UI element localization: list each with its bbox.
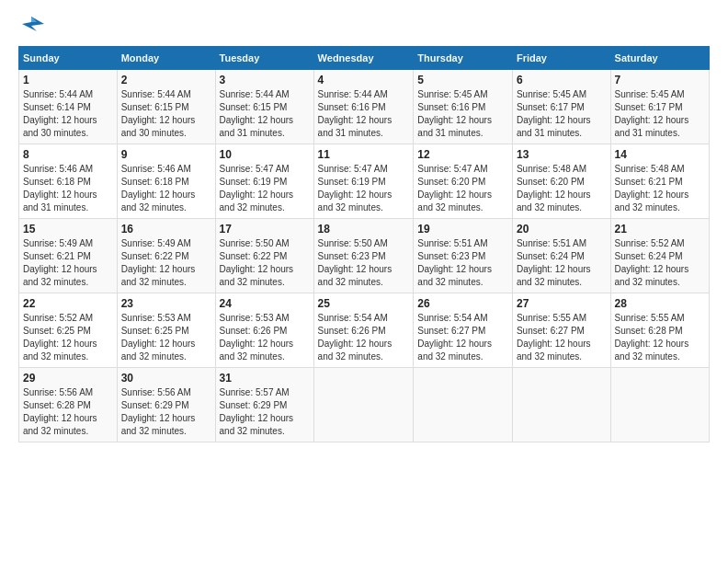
day-info: Sunrise: 5:50 AM Sunset: 6:23 PM Dayligh… [318,237,410,289]
week-row-5: 29 Sunrise: 5:56 AM Sunset: 6:28 PM Dayl… [19,368,710,442]
day-info: Sunrise: 5:45 AM Sunset: 6:17 PM Dayligh… [517,88,607,140]
header-monday: Monday [117,47,215,70]
day-info: Sunrise: 5:50 AM Sunset: 6:22 PM Dayligh… [220,237,310,289]
calendar-cell: 9 Sunrise: 5:46 AM Sunset: 6:18 PM Dayli… [117,144,215,219]
calendar-cell: 13 Sunrise: 5:48 AM Sunset: 6:20 PM Dayl… [512,144,610,219]
day-number: 10 [220,148,310,161]
day-info: Sunrise: 5:45 AM Sunset: 6:17 PM Dayligh… [615,88,705,140]
calendar-cell: 3 Sunrise: 5:44 AM Sunset: 6:15 PM Dayli… [215,70,313,144]
day-info: Sunrise: 5:44 AM Sunset: 6:15 PM Dayligh… [220,88,310,140]
day-number: 12 [417,148,508,161]
day-number: 30 [121,372,211,385]
logo [18,15,48,39]
calendar-cell: 6 Sunrise: 5:45 AM Sunset: 6:17 PM Dayli… [512,70,610,144]
header-wednesday: Wednesday [313,47,414,70]
calendar-cell: 23 Sunrise: 5:53 AM Sunset: 6:25 PM Dayl… [117,293,215,368]
day-info: Sunrise: 5:52 AM Sunset: 6:24 PM Dayligh… [615,237,705,289]
calendar-cell: 4 Sunrise: 5:44 AM Sunset: 6:16 PM Dayli… [313,70,414,144]
calendar-cell: 17 Sunrise: 5:50 AM Sunset: 6:22 PM Dayl… [215,219,313,293]
calendar-cell: 24 Sunrise: 5:53 AM Sunset: 6:26 PM Dayl… [215,293,313,368]
week-row-1: 1 Sunrise: 5:44 AM Sunset: 6:14 PM Dayli… [19,70,710,144]
calendar-cell [313,368,414,442]
day-info: Sunrise: 5:48 AM Sunset: 6:20 PM Dayligh… [517,163,607,214]
day-info: Sunrise: 5:51 AM Sunset: 6:23 PM Dayligh… [417,237,508,289]
day-number: 5 [417,74,508,86]
day-number: 7 [615,74,705,86]
day-number: 26 [417,297,508,310]
day-number: 27 [517,297,607,310]
calendar-cell: 18 Sunrise: 5:50 AM Sunset: 6:23 PM Dayl… [313,219,414,293]
calendar-cell: 1 Sunrise: 5:44 AM Sunset: 6:14 PM Dayli… [19,70,118,144]
calendar-cell: 21 Sunrise: 5:52 AM Sunset: 6:24 PM Dayl… [610,219,709,293]
calendar-cell: 25 Sunrise: 5:54 AM Sunset: 6:26 PM Dayl… [313,293,414,368]
day-number: 11 [318,148,410,161]
day-number: 25 [318,297,410,310]
day-number: 14 [615,148,705,161]
calendar-cell: 7 Sunrise: 5:45 AM Sunset: 6:17 PM Dayli… [610,70,709,144]
calendar-cell [414,368,513,442]
day-number: 28 [615,297,705,310]
week-row-3: 15 Sunrise: 5:49 AM Sunset: 6:21 PM Dayl… [19,219,710,293]
calendar-cell [610,368,709,442]
calendar-cell: 31 Sunrise: 5:57 AM Sunset: 6:29 PM Dayl… [215,368,313,442]
day-info: Sunrise: 5:56 AM Sunset: 6:28 PM Dayligh… [23,386,113,438]
day-info: Sunrise: 5:52 AM Sunset: 6:25 PM Dayligh… [23,312,113,363]
calendar-cell: 27 Sunrise: 5:55 AM Sunset: 6:27 PM Dayl… [512,293,610,368]
day-number: 2 [121,74,211,86]
calendar-cell: 20 Sunrise: 5:51 AM Sunset: 6:24 PM Dayl… [512,219,610,293]
calendar-cell: 15 Sunrise: 5:49 AM Sunset: 6:21 PM Dayl… [19,219,118,293]
day-info: Sunrise: 5:54 AM Sunset: 6:26 PM Dayligh… [318,312,410,363]
day-number: 18 [318,223,410,236]
day-number: 4 [318,74,410,86]
day-info: Sunrise: 5:49 AM Sunset: 6:22 PM Dayligh… [121,237,211,289]
header-sunday: Sunday [19,47,118,70]
calendar-cell: 29 Sunrise: 5:56 AM Sunset: 6:28 PM Dayl… [19,368,118,442]
calendar-cell: 8 Sunrise: 5:46 AM Sunset: 6:18 PM Dayli… [19,144,118,219]
day-number: 19 [417,223,508,236]
calendar-cell: 19 Sunrise: 5:51 AM Sunset: 6:23 PM Dayl… [414,219,513,293]
header-thursday: Thursday [414,47,513,70]
day-info: Sunrise: 5:44 AM Sunset: 6:16 PM Dayligh… [318,88,410,140]
day-number: 31 [220,372,310,385]
day-number: 20 [517,223,607,236]
header [18,15,710,39]
calendar-cell: 10 Sunrise: 5:47 AM Sunset: 6:19 PM Dayl… [215,144,313,219]
day-number: 21 [615,223,705,236]
day-info: Sunrise: 5:46 AM Sunset: 6:18 PM Dayligh… [121,163,211,214]
day-number: 3 [220,74,310,86]
calendar-cell: 11 Sunrise: 5:47 AM Sunset: 6:19 PM Dayl… [313,144,414,219]
calendar-cell: 22 Sunrise: 5:52 AM Sunset: 6:25 PM Dayl… [19,293,118,368]
day-number: 22 [23,297,113,310]
day-info: Sunrise: 5:49 AM Sunset: 6:21 PM Dayligh… [23,237,113,289]
week-row-4: 22 Sunrise: 5:52 AM Sunset: 6:25 PM Dayl… [19,293,710,368]
calendar-cell: 30 Sunrise: 5:56 AM Sunset: 6:29 PM Dayl… [117,368,215,442]
day-number: 9 [121,148,211,161]
day-number: 24 [220,297,310,310]
day-info: Sunrise: 5:48 AM Sunset: 6:21 PM Dayligh… [615,163,705,214]
day-info: Sunrise: 5:56 AM Sunset: 6:29 PM Dayligh… [121,386,211,438]
day-info: Sunrise: 5:53 AM Sunset: 6:25 PM Dayligh… [121,312,211,363]
day-number: 6 [517,74,607,86]
day-info: Sunrise: 5:53 AM Sunset: 6:26 PM Dayligh… [220,312,310,363]
day-info: Sunrise: 5:55 AM Sunset: 6:27 PM Dayligh… [517,312,607,363]
header-saturday: Saturday [610,47,709,70]
header-tuesday: Tuesday [215,47,313,70]
day-number: 23 [121,297,211,310]
day-info: Sunrise: 5:55 AM Sunset: 6:28 PM Dayligh… [615,312,705,363]
day-number: 29 [23,372,113,385]
day-info: Sunrise: 5:51 AM Sunset: 6:24 PM Dayligh… [517,237,607,289]
day-info: Sunrise: 5:44 AM Sunset: 6:15 PM Dayligh… [121,88,211,140]
day-info: Sunrise: 5:57 AM Sunset: 6:29 PM Dayligh… [220,386,310,438]
week-row-2: 8 Sunrise: 5:46 AM Sunset: 6:18 PM Dayli… [19,144,710,219]
day-info: Sunrise: 5:47 AM Sunset: 6:19 PM Dayligh… [318,163,410,214]
day-number: 13 [517,148,607,161]
day-info: Sunrise: 5:45 AM Sunset: 6:16 PM Dayligh… [417,88,508,140]
day-info: Sunrise: 5:44 AM Sunset: 6:14 PM Dayligh… [23,88,113,140]
day-info: Sunrise: 5:54 AM Sunset: 6:27 PM Dayligh… [417,312,508,363]
day-number: 16 [121,223,211,236]
calendar-cell: 28 Sunrise: 5:55 AM Sunset: 6:28 PM Dayl… [610,293,709,368]
calendar-cell: 16 Sunrise: 5:49 AM Sunset: 6:22 PM Dayl… [117,219,215,293]
day-number: 8 [23,148,113,161]
logo-icon [18,15,44,39]
header-friday: Friday [512,47,610,70]
